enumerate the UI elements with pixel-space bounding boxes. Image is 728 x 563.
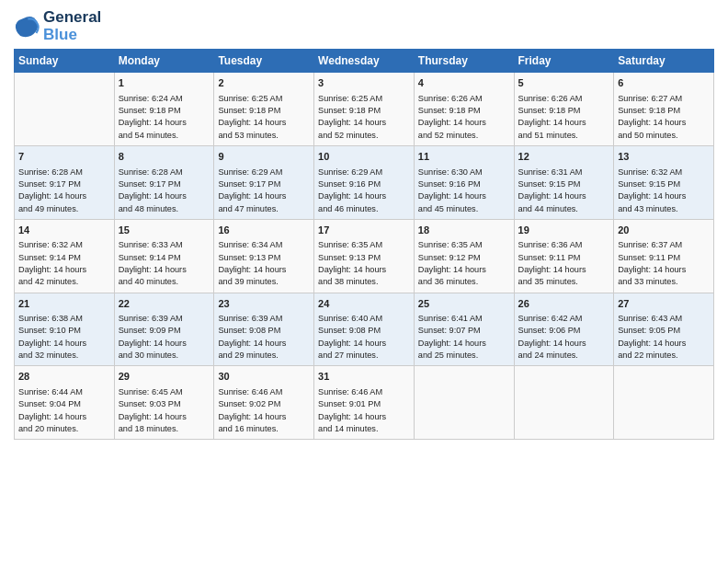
day-number: 9	[218, 150, 310, 164]
calendar-cell: 14Sunrise: 6:32 AM Sunset: 9:14 PM Dayli…	[15, 219, 115, 293]
day-number: 15	[119, 224, 210, 237]
day-number: 21	[18, 297, 110, 311]
day-number: 30	[218, 370, 310, 384]
cell-info: Sunrise: 6:25 AM Sunset: 9:18 PM Dayligh…	[218, 93, 310, 142]
day-number: 24	[318, 297, 410, 311]
calendar-cell: 7Sunrise: 6:28 AM Sunset: 9:17 PM Daylig…	[15, 146, 115, 220]
calendar-cell: 12Sunrise: 6:31 AM Sunset: 9:15 PM Dayli…	[514, 146, 614, 220]
day-number: 18	[418, 224, 510, 237]
calendar-table: SundayMondayTuesdayWednesdayThursdayFrid…	[14, 49, 714, 440]
calendar-cell: 31Sunrise: 6:46 AM Sunset: 9:01 PM Dayli…	[314, 366, 415, 440]
calendar-cell	[514, 366, 614, 440]
calendar-cell: 25Sunrise: 6:41 AM Sunset: 9:07 PM Dayli…	[414, 293, 514, 366]
day-number: 13	[618, 150, 710, 164]
header-cell-saturday: Saturday	[614, 50, 714, 73]
cell-info: Sunrise: 6:34 AM Sunset: 9:13 PM Dayligh…	[218, 239, 310, 288]
calendar-cell: 17Sunrise: 6:35 AM Sunset: 9:13 PM Dayli…	[314, 219, 415, 293]
cell-info: Sunrise: 6:46 AM Sunset: 9:01 PM Dayligh…	[318, 386, 410, 435]
day-number: 25	[418, 297, 510, 311]
day-number: 20	[618, 224, 710, 237]
week-row-1: 1Sunrise: 6:24 AM Sunset: 9:18 PM Daylig…	[15, 73, 714, 146]
calendar-cell: 27Sunrise: 6:43 AM Sunset: 9:05 PM Dayli…	[614, 293, 714, 366]
cell-info: Sunrise: 6:42 AM Sunset: 9:06 PM Dayligh…	[518, 313, 610, 362]
cell-info: Sunrise: 6:27 AM Sunset: 9:18 PM Dayligh…	[618, 93, 710, 142]
calendar-cell: 2Sunrise: 6:25 AM Sunset: 9:18 PM Daylig…	[214, 73, 314, 146]
cell-info: Sunrise: 6:36 AM Sunset: 9:11 PM Dayligh…	[518, 239, 610, 288]
cell-info: Sunrise: 6:39 AM Sunset: 9:08 PM Dayligh…	[218, 313, 310, 362]
cell-info: Sunrise: 6:33 AM Sunset: 9:14 PM Dayligh…	[119, 239, 210, 288]
cell-info: Sunrise: 6:29 AM Sunset: 9:16 PM Dayligh…	[318, 167, 410, 215]
calendar-cell: 11Sunrise: 6:30 AM Sunset: 9:16 PM Dayli…	[414, 146, 514, 220]
calendar-cell: 3Sunrise: 6:25 AM Sunset: 9:18 PM Daylig…	[314, 73, 415, 146]
header-cell-monday: Monday	[114, 50, 214, 73]
calendar-cell: 23Sunrise: 6:39 AM Sunset: 9:08 PM Dayli…	[214, 293, 314, 366]
cell-info: Sunrise: 6:29 AM Sunset: 9:17 PM Dayligh…	[218, 167, 310, 215]
cell-info: Sunrise: 6:44 AM Sunset: 9:04 PM Dayligh…	[18, 386, 110, 435]
cell-info: Sunrise: 6:41 AM Sunset: 9:07 PM Dayligh…	[418, 313, 510, 362]
week-row-2: 7Sunrise: 6:28 AM Sunset: 9:17 PM Daylig…	[15, 146, 714, 220]
cell-info: Sunrise: 6:32 AM Sunset: 9:15 PM Dayligh…	[618, 167, 710, 215]
day-number: 17	[318, 224, 410, 237]
calendar-cell: 1Sunrise: 6:24 AM Sunset: 9:18 PM Daylig…	[114, 73, 214, 146]
day-number: 7	[18, 150, 110, 164]
cell-info: Sunrise: 6:25 AM Sunset: 9:18 PM Dayligh…	[318, 93, 410, 142]
day-number: 14	[18, 224, 110, 237]
day-number: 6	[618, 76, 710, 90]
logo: General Blue	[14, 9, 101, 43]
calendar-cell: 28Sunrise: 6:44 AM Sunset: 9:04 PM Dayli…	[15, 366, 115, 440]
cell-info: Sunrise: 6:26 AM Sunset: 9:18 PM Dayligh…	[418, 93, 510, 142]
calendar-cell: 29Sunrise: 6:45 AM Sunset: 9:03 PM Dayli…	[114, 366, 214, 440]
calendar-cell: 16Sunrise: 6:34 AM Sunset: 9:13 PM Dayli…	[214, 219, 314, 293]
day-number: 8	[119, 150, 210, 164]
day-number: 31	[318, 370, 410, 384]
calendar-cell: 19Sunrise: 6:36 AM Sunset: 9:11 PM Dayli…	[514, 219, 614, 293]
day-number: 3	[318, 76, 410, 90]
day-number: 27	[618, 297, 710, 311]
calendar-cell	[614, 366, 714, 440]
cell-info: Sunrise: 6:40 AM Sunset: 9:08 PM Dayligh…	[318, 313, 410, 362]
calendar-cell: 18Sunrise: 6:35 AM Sunset: 9:12 PM Dayli…	[414, 219, 514, 293]
calendar-cell: 13Sunrise: 6:32 AM Sunset: 9:15 PM Dayli…	[614, 146, 714, 220]
day-number: 16	[218, 224, 310, 237]
calendar-cell: 22Sunrise: 6:39 AM Sunset: 9:09 PM Dayli…	[114, 293, 214, 366]
calendar-cell: 24Sunrise: 6:40 AM Sunset: 9:08 PM Dayli…	[314, 293, 415, 366]
header-cell-wednesday: Wednesday	[314, 50, 415, 73]
day-number: 2	[218, 76, 310, 90]
cell-info: Sunrise: 6:31 AM Sunset: 9:15 PM Dayligh…	[518, 167, 610, 215]
calendar-cell: 10Sunrise: 6:29 AM Sunset: 9:16 PM Dayli…	[314, 146, 415, 220]
cell-info: Sunrise: 6:39 AM Sunset: 9:09 PM Dayligh…	[119, 313, 210, 362]
day-number: 11	[418, 150, 510, 164]
calendar-cell	[15, 73, 115, 146]
day-number: 4	[418, 76, 510, 90]
calendar-cell: 8Sunrise: 6:28 AM Sunset: 9:17 PM Daylig…	[114, 146, 214, 220]
day-number: 1	[119, 76, 210, 90]
calendar-cell: 20Sunrise: 6:37 AM Sunset: 9:11 PM Dayli…	[614, 219, 714, 293]
calendar-cell: 5Sunrise: 6:26 AM Sunset: 9:18 PM Daylig…	[514, 73, 614, 146]
calendar-cell	[414, 366, 514, 440]
cell-info: Sunrise: 6:35 AM Sunset: 9:12 PM Dayligh…	[418, 239, 510, 288]
cell-info: Sunrise: 6:26 AM Sunset: 9:18 PM Dayligh…	[518, 93, 610, 142]
header-cell-sunday: Sunday	[15, 50, 115, 73]
header-cell-tuesday: Tuesday	[214, 50, 314, 73]
day-number: 12	[518, 150, 610, 164]
cell-info: Sunrise: 6:32 AM Sunset: 9:14 PM Dayligh…	[18, 239, 110, 288]
day-number: 19	[518, 224, 610, 237]
cell-info: Sunrise: 6:45 AM Sunset: 9:03 PM Dayligh…	[119, 386, 210, 435]
header: General Blue	[14, 9, 714, 43]
cell-info: Sunrise: 6:28 AM Sunset: 9:17 PM Dayligh…	[119, 167, 210, 215]
logo-text-line2: Blue	[43, 27, 101, 44]
day-number: 5	[518, 76, 610, 90]
header-row: SundayMondayTuesdayWednesdayThursdayFrid…	[15, 50, 714, 73]
week-row-5: 28Sunrise: 6:44 AM Sunset: 9:04 PM Dayli…	[15, 366, 714, 440]
cell-info: Sunrise: 6:24 AM Sunset: 9:18 PM Dayligh…	[119, 93, 210, 142]
calendar-cell: 6Sunrise: 6:27 AM Sunset: 9:18 PM Daylig…	[614, 73, 714, 146]
day-number: 10	[318, 150, 410, 164]
cell-info: Sunrise: 6:46 AM Sunset: 9:02 PM Dayligh…	[218, 386, 310, 435]
cell-info: Sunrise: 6:30 AM Sunset: 9:16 PM Dayligh…	[418, 167, 510, 215]
logo-text-line1: General	[43, 9, 101, 27]
cell-info: Sunrise: 6:35 AM Sunset: 9:13 PM Dayligh…	[318, 239, 410, 288]
day-number: 22	[119, 297, 210, 311]
calendar-cell: 9Sunrise: 6:29 AM Sunset: 9:17 PM Daylig…	[214, 146, 314, 220]
week-row-4: 21Sunrise: 6:38 AM Sunset: 9:10 PM Dayli…	[15, 293, 714, 366]
calendar-cell: 30Sunrise: 6:46 AM Sunset: 9:02 PM Dayli…	[214, 366, 314, 440]
